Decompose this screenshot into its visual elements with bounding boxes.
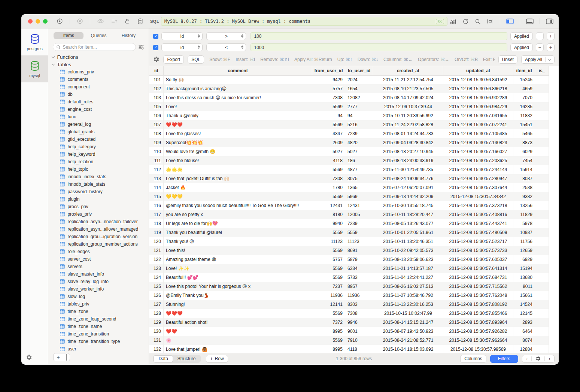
cell-created-at[interactable]: 2015-11-30 12:54:49.735 <box>373 165 443 174</box>
cell-to-user-id[interactable]: 7239 <box>345 129 373 138</box>
cell-comment[interactable]: ❤️❤️❤️ <box>163 309 312 318</box>
cell-is[interactable] <box>535 219 549 228</box>
cell-is[interactable] <box>535 111 549 120</box>
cell-to-user-id[interactable]: 7239 <box>345 219 373 228</box>
cell-from-user-id[interactable]: 8180 <box>312 210 345 219</box>
filter-column-select[interactable]: id <box>161 43 203 51</box>
cell-item-id[interactable]: 6464 <box>513 327 535 336</box>
cell-is[interactable] <box>535 318 549 327</box>
cell-id[interactable]: 109 <box>149 138 163 147</box>
cell-from-user-id[interactable]: 5569 <box>312 273 345 282</box>
sidebar-table-default_roles[interactable]: default_roles <box>48 98 149 106</box>
cell-updated-at[interactable]: 2015-12-08 15:30:57.762048 <box>443 291 513 300</box>
page-settings-gear-icon[interactable] <box>532 356 544 361</box>
cell-comment[interactable]: Thank you! 😘 <box>163 237 312 246</box>
cell-item-id[interactable]: 15194 <box>513 264 535 273</box>
cell-is[interactable] <box>535 147 549 156</box>
cell-updated-at[interactable]: 2015-12-08 15:30:57.373218 <box>443 201 513 210</box>
cell-id[interactable]: 128 <box>149 309 163 318</box>
cell-id[interactable]: 126 <box>149 291 163 300</box>
cell-created-at[interactable]: 2015-11-21 22:12:54.754 <box>373 75 443 84</box>
cell-created-at[interactable]: 2015-08-24 21:08:52.771 <box>373 336 443 345</box>
filter-value-input[interactable]: 100 <box>250 32 507 40</box>
cell-created-at[interactable]: 2015-11-04 12:24:41.227 <box>373 273 443 282</box>
cell-from-user-id[interactable]: 5569 <box>312 120 345 129</box>
table-row[interactable]: 124Beautiful!! 💕💕556957332015-11-04 12:2… <box>149 273 549 282</box>
cell-is[interactable] <box>535 129 549 138</box>
cell-is[interactable] <box>535 336 549 345</box>
table-row[interactable]: 114Jacket 🔥178013652015-07-12 06:20:07.0… <box>149 183 549 192</box>
cell-created-at[interactable]: 2015-10-11 13:20:46.351 <box>373 237 443 246</box>
cell-to-user-id[interactable]: 4118 <box>345 345 373 353</box>
sidebar-table-replication_group_member_actions[interactable]: replication_group_member_actions <box>48 240 149 248</box>
cell-from-user-id[interactable]: 2609 <box>312 138 345 147</box>
cell-from-user-id[interactable]: 8995 <box>312 345 345 353</box>
refresh-icon[interactable] <box>462 18 469 25</box>
sql-button[interactable]: SQL <box>188 55 204 64</box>
cell-is[interactable] <box>535 174 549 183</box>
cell-is[interactable] <box>535 156 549 165</box>
cell-id[interactable]: 112 <box>149 165 163 174</box>
cell-created-at[interactable]: 2015-09-04 09:28:30.842 <box>373 138 443 147</box>
cell-from-user-id[interactable]: 12431 <box>312 201 345 210</box>
cell-is[interactable] <box>535 183 549 192</box>
cell-item-id[interactable]: 9382 <box>513 192 535 201</box>
remove-filter-button[interactable]: − <box>536 32 544 40</box>
cell-id[interactable]: 125 <box>149 282 163 291</box>
sidebar-table-help_relation[interactable]: help_relation <box>48 158 149 165</box>
next-page-button[interactable]: › <box>545 356 554 362</box>
cell-id[interactable]: 127 <box>149 300 163 309</box>
cell-from-user-id[interactable]: 11123 <box>312 237 345 246</box>
cell-to-user-id[interactable]: 5733 <box>345 273 373 282</box>
cell-comment[interactable]: Love the glasses! <box>163 129 312 138</box>
column-header-created_at[interactable]: created_at <box>373 66 443 75</box>
cell-created-at[interactable]: 2015-08-13 20:59:06.623 <box>373 255 443 264</box>
cell-from-user-id[interactable]: 7237 <box>312 282 345 291</box>
cell-is[interactable] <box>535 255 549 264</box>
cell-id[interactable]: 124 <box>149 273 163 282</box>
close-window-button[interactable] <box>28 19 33 24</box>
cell-is[interactable] <box>535 273 549 282</box>
cell-id[interactable]: 129 <box>149 318 163 327</box>
cell-created-at[interactable]: 2015-10-22 09:42:05.573 <box>373 246 443 255</box>
cell-is[interactable] <box>535 93 549 102</box>
cell-item-id[interactable]: 11756 <box>513 237 535 246</box>
cell-updated-at[interactable]: 2015-12-08 15:30:57.573733 <box>443 246 513 255</box>
cell-is[interactable] <box>535 120 549 129</box>
cell-to-user-id[interactable]: 5216 <box>345 120 373 129</box>
add-filter-button[interactable]: + <box>547 32 555 40</box>
cell-updated-at[interactable]: 2015-12-08 15:30:57.684731 <box>443 273 513 282</box>
cell-is[interactable] <box>535 102 549 111</box>
cell-to-user-id[interactable]: 12005 <box>345 210 373 219</box>
cell-to-user-id[interactable]: 2777 <box>345 102 373 111</box>
sidebar-table-help_keyword[interactable]: help_keyword <box>48 151 149 158</box>
cell-updated-at[interactable]: 2015-12-08 15:30:57.166027 <box>443 147 513 156</box>
cell-created-at[interactable]: 2015-12-06 10:37:39.44 <box>373 102 443 111</box>
cell-item-id[interactable]: 12884 <box>513 345 535 353</box>
cell-comment[interactable]: Stunning! <box>163 300 312 309</box>
cell-to-user-id[interactable]: 4877 <box>345 165 373 174</box>
cell-comment[interactable]: Thank you beautiful @laurel <box>163 228 312 237</box>
cell-item-id[interactable]: 10937 <box>513 228 535 237</box>
cell-is[interactable] <box>535 309 549 318</box>
cell-updated-at[interactable]: 2015-12-08 15:30:57.808192 <box>443 300 513 309</box>
cell-item-id[interactable]: 4659 <box>513 84 535 93</box>
cell-comment[interactable]: 🌸 <box>163 336 312 345</box>
sidebar-table-time_zone_name[interactable]: time_zone_name <box>48 323 149 330</box>
cell-comment[interactable]: Love that jacket! Outfit is fab 🙌🏻 <box>163 174 312 183</box>
cell-updated-at[interactable]: 2015-12-08 15:30:57.072241 <box>443 120 513 129</box>
sidebar-table-time_zone_leap_second[interactable]: time_zone_leap_second <box>48 315 149 323</box>
cell-comment[interactable]: Amazing pastel theme 😁 <box>163 255 312 264</box>
filter-column-select[interactable]: id <box>161 32 203 40</box>
cell-item-id[interactable]: 11829 <box>513 210 535 219</box>
table-row[interactable]: 106Thank u @emily94942015-10-11 20:39:56… <box>149 111 549 120</box>
cell-id[interactable]: 130 <box>149 327 163 336</box>
cell-updated-at[interactable]: 2015-12-08 15:30:57.715562 <box>443 282 513 291</box>
table-row[interactable]: 127Stunning!1214183032015-11-13 22:30:16… <box>149 300 549 309</box>
cell-item-id[interactable]: 8873 <box>513 138 535 147</box>
cell-created-at[interactable]: 2015-08-05 13:26:43.077 <box>373 219 443 228</box>
cell-is[interactable] <box>535 282 549 291</box>
cell-from-user-id[interactable]: 7372 <box>312 318 345 327</box>
cell-comment[interactable]: Would love to! @mith 😬 <box>163 147 312 156</box>
sidebar-table-slave_worker_info[interactable]: slave_worker_info <box>48 285 149 293</box>
